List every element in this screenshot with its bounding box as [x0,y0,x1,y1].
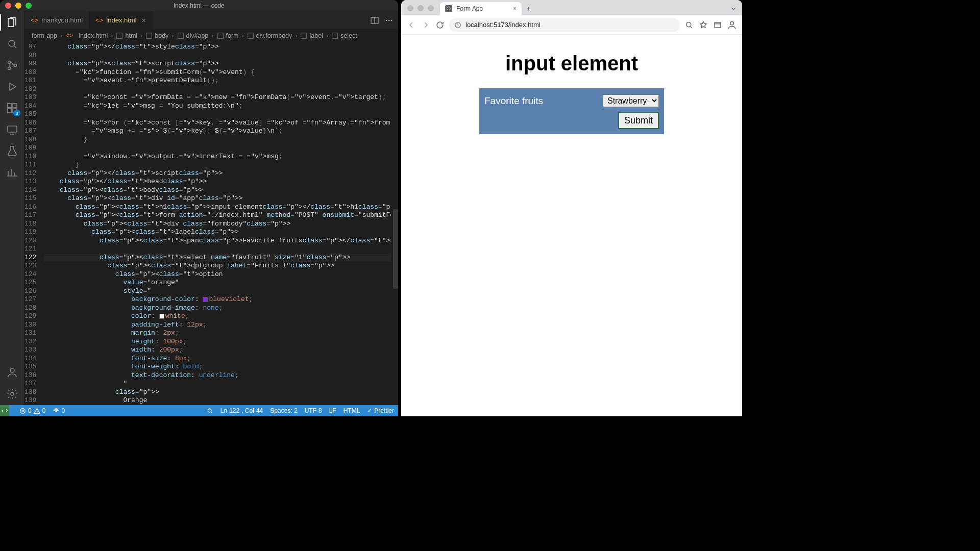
indentation-status[interactable]: Spaces: 2 [270,407,297,414]
close-tab-icon[interactable]: × [142,16,146,24]
zoom-icon[interactable] [684,20,694,30]
svg-rect-16 [146,33,152,39]
ports-status[interactable]: 0 [53,407,65,414]
svg-point-12 [386,19,387,21]
remote-icon[interactable] [6,123,18,136]
editor-tabs: <> thankyou.html <> index.html × [24,11,398,30]
tab-thankyou-html[interactable]: <> thankyou.html [24,11,89,29]
svg-point-10 [11,392,14,395]
code-editor[interactable]: 9798991001011021031041051061071081091101… [24,42,398,405]
breadcrumb-item[interactable]: select [331,32,357,39]
svg-rect-6 [8,109,12,113]
svg-rect-27 [715,22,721,28]
problems-status[interactable]: 0 0 [19,407,45,414]
svg-point-28 [730,21,734,25]
status-bar: 0 0 0 Ln 122, Col 44 Spaces: 2 UTF-8 LF … [0,405,398,416]
minimap[interactable] [391,42,398,405]
svg-point-13 [388,19,390,21]
settings-gear-icon[interactable] [6,388,18,400]
code-content[interactable]: class="p"></class="t">styleclass="p">> c… [43,42,398,405]
browser-tab-title: Form App [456,5,483,12]
more-actions-icon[interactable] [385,16,393,24]
new-tab-button[interactable]: ＋ [522,2,535,15]
explorer-icon[interactable] [6,16,18,29]
page-heading: input element [415,52,728,75]
reload-button-icon[interactable] [435,20,445,30]
zoom-window-icon[interactable] [428,5,434,11]
tab-label: index.html [106,16,136,24]
activity-bar: 3 [0,11,24,405]
svg-point-0 [9,40,15,46]
profile-avatar-icon[interactable] [727,20,737,30]
line-number-gutter: 9798991001011021031041051061071081091101… [24,42,43,405]
breadcrumb-item[interactable]: html [116,32,137,39]
run-debug-icon[interactable] [6,81,18,93]
extensions-puzzle-icon[interactable] [713,20,723,30]
html-file-icon: <> [31,16,38,24]
eol-status[interactable]: LF [329,407,336,414]
breadcrumb-item[interactable]: div.formbody [247,32,292,39]
breadcrumb-item[interactable]: form-app [32,32,57,39]
breadcrumb-item[interactable]: form [217,32,239,39]
encoding-status[interactable]: UTF-8 [305,407,322,414]
address-bar[interactable]: localhost:5173/index.html [449,18,680,32]
browser-tabstrip: ⎔ Form App × ＋ [401,0,742,15]
breadcrumb-item[interactable]: <> index.html [65,32,108,39]
svg-point-24 [208,409,211,412]
close-window-icon[interactable] [407,5,413,11]
source-control-icon[interactable] [6,59,18,71]
minimap-viewport[interactable] [393,209,398,289]
submit-button[interactable]: Submit [618,112,659,129]
site-info-icon[interactable] [454,21,461,29]
rendered-page: input element Favorite fruits Strawberry… [401,35,742,416]
site-favicon-icon: ⎔ [445,5,452,12]
cursor-position[interactable]: Ln 122, Col 44 [220,407,263,414]
find-status-icon[interactable] [207,408,213,414]
breadcrumb-item[interactable]: label [300,32,323,39]
close-tab-icon[interactable]: × [513,5,517,12]
svg-rect-5 [13,104,17,108]
forward-button-icon[interactable] [421,20,431,30]
remote-indicator[interactable] [0,405,9,416]
testing-icon[interactable] [6,145,18,157]
svg-point-14 [391,19,393,21]
svg-point-2 [8,67,10,70]
tab-index-html[interactable]: <> index.html × [89,11,153,29]
formatter-status[interactable]: ✓ Prettier [367,407,394,414]
svg-rect-21 [332,33,338,39]
svg-point-23 [55,410,57,411]
split-editor-icon[interactable] [371,16,379,24]
browser-toolbar: localhost:5173/index.html [401,15,742,35]
chevron-down-icon[interactable] [730,5,742,15]
extensions-icon[interactable]: 3 [6,102,18,114]
bookmark-star-icon[interactable] [698,20,708,30]
svg-rect-17 [178,33,183,39]
vscode-titlebar: index.html — code [0,0,398,11]
breadcrumb-item[interactable]: div#app [177,32,209,39]
svg-point-26 [687,22,691,27]
search-icon[interactable] [6,38,18,50]
breadcrumb: form-app› <> index.html› html› body› div… [24,30,398,42]
tab-label: thankyou.html [41,16,83,24]
svg-rect-20 [301,33,307,39]
svg-point-9 [10,368,14,372]
account-icon[interactable] [6,366,18,379]
language-mode[interactable]: HTML [344,407,360,414]
graph-icon[interactable] [6,166,18,179]
html-file-icon: <> [95,16,103,24]
minimize-window-icon[interactable] [418,5,424,11]
svg-rect-15 [117,33,122,39]
svg-point-1 [8,61,10,64]
svg-rect-8 [8,126,17,132]
window-title: index.html — code [0,2,398,9]
favfruit-select[interactable]: Strawberry [603,94,659,107]
browser-window: ⎔ Form App × ＋ localhost [401,0,742,416]
extensions-badge: 3 [13,110,20,116]
svg-rect-18 [217,33,223,39]
browser-tab[interactable]: ⎔ Form App × [440,2,522,15]
breadcrumb-item[interactable]: body [145,32,168,39]
form-body: Favorite fruits Strawberry Submit [479,88,664,134]
vscode-window: index.html — code 3 [0,0,398,416]
back-button-icon[interactable] [406,20,416,30]
traffic-lights [405,5,437,15]
